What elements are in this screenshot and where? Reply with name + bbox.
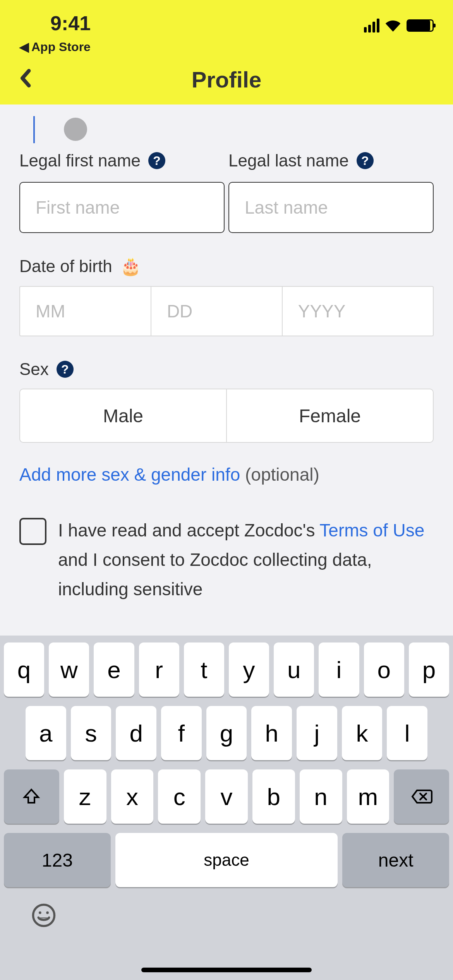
first-name-label: Legal first name	[19, 151, 141, 170]
key-space[interactable]: space	[115, 833, 338, 887]
key-j[interactable]: j	[297, 706, 337, 760]
emoji-button[interactable]	[31, 903, 57, 934]
status-bar: 9:41 ◀ App Store	[0, 0, 453, 54]
backspace-icon	[411, 789, 432, 804]
key-o[interactable]: o	[364, 642, 404, 697]
first-name-input[interactable]	[19, 182, 225, 233]
key-c[interactable]: c	[158, 769, 201, 824]
form-content: Legal first name ? Legal last name ? Dat…	[0, 105, 453, 604]
key-l[interactable]: l	[387, 706, 427, 760]
sex-options: Male Female	[19, 389, 434, 443]
keyboard: q w e r t y u i o p a s d f g h j k l z …	[0, 636, 453, 980]
battery-icon	[407, 19, 434, 32]
key-s[interactable]: s	[71, 706, 112, 760]
key-n[interactable]: n	[300, 769, 342, 824]
header: Profile	[0, 54, 453, 105]
help-icon[interactable]: ?	[148, 152, 165, 169]
last-name-label: Legal last name	[228, 151, 349, 170]
sex-option-male[interactable]: Male	[20, 389, 227, 442]
key-y[interactable]: y	[229, 642, 269, 697]
cellular-signal-icon	[364, 19, 379, 33]
key-k[interactable]: k	[342, 706, 383, 760]
dob-label: Date of birth	[19, 257, 112, 276]
shift-icon	[22, 787, 41, 806]
text-cursor	[33, 116, 35, 143]
keyboard-row-3: z x c v b n m	[4, 769, 449, 824]
help-icon[interactable]: ?	[57, 361, 74, 378]
key-u[interactable]: u	[274, 642, 314, 697]
page-title: Profile	[192, 67, 262, 93]
key-z[interactable]: z	[64, 769, 106, 824]
svg-point-1	[39, 911, 41, 914]
status-time: 9:41	[50, 12, 91, 35]
key-x[interactable]: x	[111, 769, 154, 824]
terms-of-use-link[interactable]: Terms of Use	[319, 520, 424, 540]
svg-point-2	[46, 911, 49, 914]
svg-point-0	[33, 905, 55, 926]
key-v[interactable]: v	[205, 769, 248, 824]
wifi-icon	[385, 19, 401, 32]
key-m[interactable]: m	[347, 769, 390, 824]
key-i[interactable]: i	[319, 642, 359, 697]
terms-checkbox[interactable]	[19, 518, 46, 545]
key-p[interactable]: p	[409, 642, 449, 697]
key-r[interactable]: r	[139, 642, 179, 697]
keyboard-row-4: 123 space next	[4, 833, 449, 887]
dob-input-group: MM DD YYYY	[19, 286, 434, 336]
chevron-left-icon	[19, 69, 31, 87]
key-123[interactable]: 123	[4, 833, 111, 887]
key-d[interactable]: d	[116, 706, 156, 760]
back-caret-icon: ◀	[19, 39, 29, 54]
sex-option-female[interactable]: Female	[227, 389, 433, 442]
last-name-input[interactable]	[228, 182, 434, 233]
key-b[interactable]: b	[252, 769, 295, 824]
sex-label: Sex	[19, 360, 49, 379]
key-f[interactable]: f	[161, 706, 202, 760]
keyboard-row-1: q w e r t y u i o p	[4, 642, 449, 697]
home-indicator[interactable]	[141, 968, 312, 972]
dob-day-input[interactable]: DD	[151, 287, 283, 336]
key-e[interactable]: e	[94, 642, 134, 697]
add-gender-link[interactable]: Add more sex & gender info	[19, 464, 240, 485]
key-q[interactable]: q	[4, 642, 44, 697]
key-a[interactable]: a	[26, 706, 66, 760]
key-t[interactable]: t	[184, 642, 224, 697]
touch-indicator	[64, 118, 87, 141]
emoji-icon	[31, 903, 57, 928]
key-g[interactable]: g	[206, 706, 247, 760]
key-w[interactable]: w	[49, 642, 89, 697]
key-delete[interactable]	[394, 769, 449, 824]
keyboard-row-2: a s d f g h j k l	[4, 706, 449, 760]
key-next[interactable]: next	[342, 833, 449, 887]
terms-text: I have read and accept Zocdoc's Terms of…	[58, 516, 434, 604]
back-source-label: App Store	[31, 40, 91, 54]
help-icon[interactable]: ?	[357, 152, 374, 169]
optional-label: (optional)	[245, 464, 319, 485]
key-h[interactable]: h	[251, 706, 292, 760]
cake-icon: 🎂	[120, 256, 141, 276]
key-shift[interactable]	[4, 769, 59, 824]
back-button[interactable]	[19, 66, 31, 93]
dob-year-input[interactable]: YYYY	[283, 287, 433, 336]
app-store-back-link[interactable]: ◀ App Store	[19, 39, 91, 54]
dob-month-input[interactable]: MM	[20, 287, 151, 336]
